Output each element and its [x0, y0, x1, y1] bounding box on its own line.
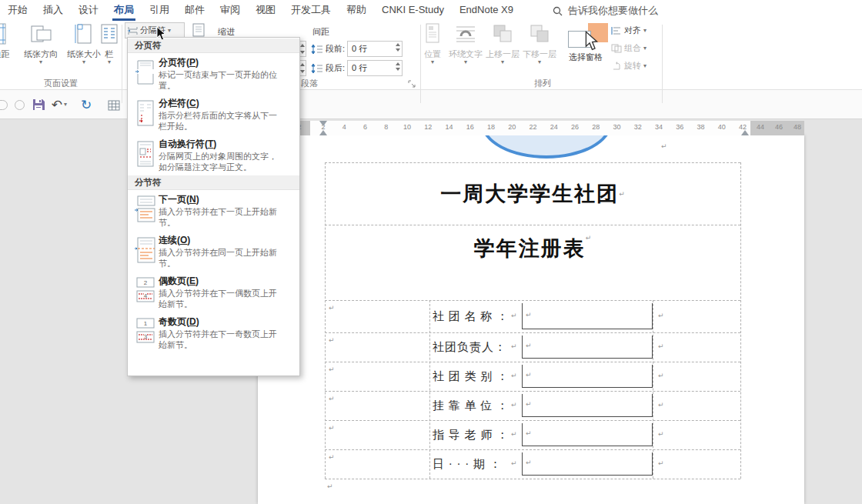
send-backward-button[interactable]: 下移一层 ▾: [522, 23, 557, 65]
menu-item-text-wrap-break[interactable]: 自动换行符(T) 分隔网页上的对象周围的文字，如分隔题注文字与正文。: [128, 135, 299, 175]
form-fill-cell[interactable]: ↵: [522, 365, 653, 388]
tab-references[interactable]: 引用: [142, 0, 177, 22]
tab-review[interactable]: 审阅: [212, 0, 248, 22]
paragraph-mark: ↵: [327, 483, 333, 490]
ruler-number: 46: [773, 123, 785, 131]
rotate-button[interactable]: 旋转▾: [611, 60, 646, 72]
tab-mailings[interactable]: 邮件: [177, 0, 212, 22]
paragraph-mark: ↵: [658, 372, 664, 379]
form-fill-cell[interactable]: ↵: [522, 303, 653, 329]
breaks-button[interactable]: 分隔符 ▾: [125, 22, 185, 38]
paragraph-mark: ↵: [526, 342, 532, 349]
menu-item-column-break[interactable]: 分栏符(C) 指示分栏符后面的文字将从下一栏开始。: [128, 94, 299, 135]
orientation-button[interactable]: 纸张方向 ▾: [18, 23, 63, 65]
form-fill-cell[interactable]: ↵: [522, 394, 653, 417]
form-row-label: 指 导 老 师 ：: [433, 428, 509, 442]
position-button[interactable]: 位置 ▾: [419, 23, 446, 65]
document-page[interactable]: ↵ 一周大学学生社团 ↵ 学年注册表 ↵ ↵社 团 名 称 ：↵↵↵ ↵社团负责…: [258, 135, 804, 504]
paragraph-dialog-launcher[interactable]: [408, 78, 416, 86]
menu-item-section-continuous[interactable]: 连续(O) 插入分节符并在同一页上开始新节。: [128, 231, 299, 272]
bring-forward-button[interactable]: 上移一层 ▾: [485, 23, 520, 65]
chevron-down-icon: ▾: [485, 60, 520, 65]
text-wrap-break-icon: [132, 139, 159, 172]
title-cell-2[interactable]: 学年注册表 ↵: [325, 225, 740, 300]
form-row-label: 社团负责人：: [433, 340, 506, 355]
menu-item-section-next-page[interactable]: 下一页(N) 插入分节符并在下一页上开始新节。: [128, 190, 299, 231]
tab-home[interactable]: 开始: [0, 0, 35, 22]
tab-developer[interactable]: 开发工具: [283, 0, 339, 22]
ruler-number: 24: [548, 123, 560, 131]
ruler-number: 16: [464, 123, 476, 131]
tab-design[interactable]: 设计: [71, 0, 106, 22]
space-after-field[interactable]: 0 行: [347, 60, 403, 76]
indent-label: 缩进: [218, 26, 235, 38]
section-continuous-icon: [132, 235, 159, 269]
ruler-number: 38: [695, 123, 707, 131]
form-fill-cell[interactable]: ↵: [522, 423, 653, 446]
menu-section-section-breaks: 分节符: [128, 175, 299, 190]
tell-me-box[interactable]: 告诉我你想要做什么: [553, 0, 658, 22]
ruler-number: 12: [422, 123, 434, 131]
form-fill-cell[interactable]: ↵: [522, 452, 653, 476]
logo-ellipse[interactable]: [481, 135, 612, 159]
menu-item-page-break[interactable]: 分页符(P) 标记一页结束与下一页开始的位置。: [128, 53, 299, 94]
space-before-field[interactable]: 0 行: [347, 41, 403, 57]
group-button[interactable]: 组合▾: [611, 42, 646, 54]
hanging-indent-marker[interactable]: [319, 130, 327, 135]
chevron-down-icon: ▾: [97, 60, 122, 65]
form-fill-cell[interactable]: ↵: [522, 335, 653, 359]
form-row-club-type[interactable]: ↵社 团 类 别 ：↵↵↵: [325, 362, 740, 391]
paragraph-mark: ↵: [658, 343, 664, 350]
form-row-label: 挂 靠 单 位 ：: [433, 399, 509, 413]
indent-right-spinner[interactable]: [299, 41, 306, 57]
mouse-cursor: [156, 26, 167, 42]
ruler-number: 32: [632, 123, 644, 131]
paragraph-mark: ↵: [661, 143, 667, 150]
draw-table-button[interactable]: [105, 95, 123, 114]
chevron-down-icon: ▾: [168, 28, 171, 33]
form-row-date[interactable]: ↵日 · · · 期 ：↵↵↵: [325, 449, 740, 479]
title-cell-1[interactable]: 一周大学学生社团 ↵: [325, 162, 740, 225]
margins-button[interactable]: 页边距 ▾: [0, 23, 20, 65]
ruler-number: 18: [485, 123, 497, 131]
tab-layout[interactable]: 布局: [106, 0, 142, 22]
paragraph-mark: ↵: [526, 459, 532, 466]
section-even-page-icon: 2 4: [132, 275, 159, 309]
indent-right-spinner2[interactable]: [299, 60, 306, 76]
ruler-number: 10: [401, 123, 413, 131]
tab-cnki[interactable]: CNKI E-Study: [374, 0, 452, 22]
undo-button[interactable]: ↶ ▾: [49, 95, 69, 114]
space-after-label: 段后:: [326, 62, 345, 74]
orientation-icon: [29, 23, 52, 45]
form-row-affiliation[interactable]: ↵挂 靠 单 位 ：↵↵↵: [325, 391, 740, 420]
send-backward-icon: [528, 23, 551, 45]
first-line-indent-marker[interactable]: [319, 121, 327, 126]
tab-view[interactable]: 视图: [248, 0, 283, 22]
paragraph-mark: ↵: [658, 312, 664, 319]
columns-button[interactable]: 栏 ▾: [97, 23, 122, 65]
align-button[interactable]: 对齐▾: [611, 25, 646, 36]
paragraph-mark: ↵: [329, 366, 335, 373]
menu-item-section-odd-page[interactable]: 1 3 奇数页(D) 插入分节符并在下一奇数页上开始新节。: [128, 312, 299, 353]
space-after-spinner[interactable]: [396, 62, 400, 71]
tab-help[interactable]: 帮助: [339, 0, 374, 22]
form-row-advisor[interactable]: ↵指 导 老 师 ：↵↵↵: [325, 420, 740, 449]
form-row-club-name[interactable]: ↵社 团 名 称 ：↵↵↵: [325, 300, 740, 332]
right-indent-marker[interactable]: [741, 130, 749, 135]
menu-item-section-even-page[interactable]: 2 4 偶数页(E) 插入分节符并在下一偶数页上开始新节。: [128, 272, 299, 312]
tab-endnote[interactable]: EndNote X9: [452, 0, 521, 22]
form-row-club-leader[interactable]: ↵社团负责人：↵↵↵: [325, 332, 740, 362]
spacing-label: 间距: [312, 26, 329, 38]
redo-button[interactable]: ↻: [77, 95, 95, 114]
save-button[interactable]: [29, 95, 48, 114]
wrap-text-button[interactable]: 环绕文字 ▾: [448, 23, 483, 65]
autosave-toggle[interactable]: [0, 95, 9, 114]
space-before-spinner[interactable]: [396, 43, 400, 52]
horizontal-ruler[interactable]: 2 24681012141618202224262830323436384042…: [258, 121, 804, 135]
chevron-down-icon: ▾: [522, 60, 557, 65]
tab-insert[interactable]: 插入: [35, 0, 71, 22]
section-next-page-icon: [132, 194, 159, 228]
paragraph-mark: ↵: [329, 425, 335, 432]
page-setup-group-label: 页面设置: [0, 78, 122, 89]
save-icon: [32, 98, 45, 112]
